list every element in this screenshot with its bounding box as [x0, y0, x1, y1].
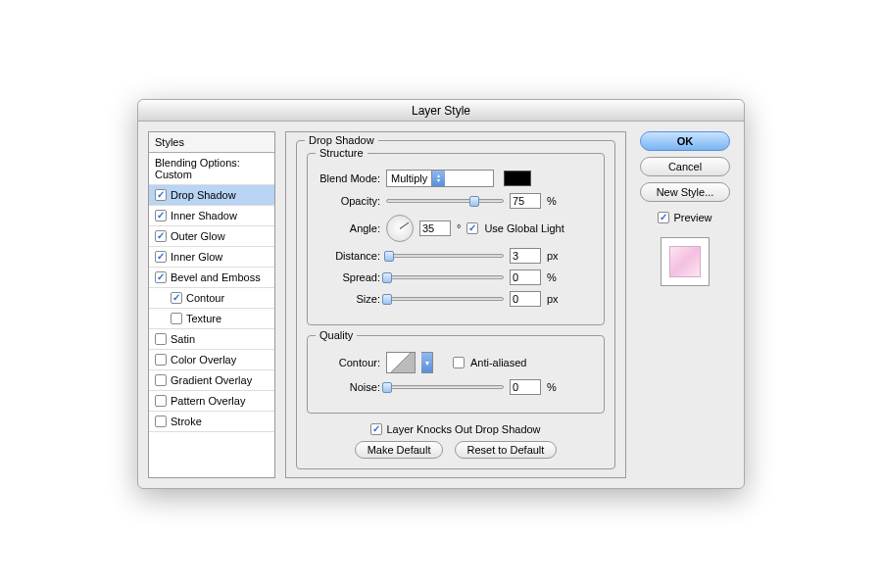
contour-label: Contour: [319, 357, 380, 368]
sidebar-item-satin[interactable]: Satin [149, 329, 274, 350]
preview-label: Preview [673, 212, 711, 223]
anti-aliased-label: Anti-aliased [470, 357, 526, 368]
sidebar-item-inner-shadow[interactable]: Inner Shadow [149, 206, 274, 226]
sidebar-item-label: Pattern Overlay [171, 395, 245, 407]
blend-mode-value: Multiply [391, 172, 427, 184]
size-input[interactable] [510, 291, 541, 307]
main-panel: Drop Shadow Structure Blend Mode: Multip… [285, 131, 626, 478]
sidebar-item-outer-glow[interactable]: Outer Glow [149, 226, 274, 247]
sidebar-item-label: Bevel and Emboss [171, 271, 261, 283]
layer-knocks-out-checkbox[interactable] [370, 423, 382, 435]
select-arrow-icon [431, 171, 445, 186]
quality-legend: Quality [316, 329, 357, 341]
distance-unit: px [547, 250, 561, 262]
right-button-column: OK Cancel New Style... Preview [636, 131, 734, 478]
noise-unit: % [547, 381, 561, 393]
styles-sidebar: Styles Blending Options: Custom Drop Sha… [148, 131, 275, 478]
sidebar-item-color-overlay[interactable]: Color Overlay [149, 350, 274, 370]
opacity-unit: % [547, 195, 561, 207]
size-unit: px [547, 293, 561, 305]
contour-dropdown-icon[interactable]: ▾ [421, 352, 433, 373]
sidebar-checkbox[interactable] [155, 395, 167, 407]
sidebar-checkbox[interactable] [171, 313, 182, 324]
shadow-color-swatch[interactable] [504, 171, 531, 186]
sidebar-item-label: Satin [171, 333, 195, 345]
distance-slider[interactable] [386, 254, 504, 258]
sidebar-blending-options[interactable]: Blending Options: Custom [149, 153, 274, 185]
sidebar-checkbox[interactable] [171, 292, 182, 304]
spread-slider[interactable] [386, 275, 504, 279]
sidebar-checkbox[interactable] [155, 354, 167, 366]
sidebar-item-texture[interactable]: Texture [149, 309, 274, 329]
preview-checkbox[interactable] [658, 212, 669, 223]
sidebar-item-label: Inner Shadow [171, 210, 237, 221]
sidebar-checkbox[interactable] [155, 374, 167, 386]
sidebar-item-label: Texture [186, 313, 221, 324]
sidebar-item-label: Drop Shadow [171, 189, 236, 201]
panel-title: Drop Shadow [305, 134, 378, 146]
spread-unit: % [547, 271, 561, 283]
noise-input[interactable] [510, 379, 541, 395]
noise-label: Noise: [319, 381, 380, 393]
sidebar-item-drop-shadow[interactable]: Drop Shadow [149, 185, 274, 206]
quality-fieldset: Quality Contour: ▾ Anti-aliased Noise: % [307, 335, 605, 414]
anti-aliased-checkbox[interactable] [453, 357, 465, 368]
layer-knocks-out-label: Layer Knocks Out Drop Shadow [386, 423, 540, 435]
sidebar-checkbox[interactable] [155, 251, 167, 263]
sidebar-checkbox[interactable] [155, 189, 167, 201]
opacity-slider[interactable] [386, 199, 504, 203]
angle-dial[interactable] [386, 215, 414, 242]
ok-button[interactable]: OK [640, 131, 730, 151]
sidebar-item-label: Inner Glow [171, 251, 222, 263]
size-slider[interactable] [386, 297, 504, 301]
opacity-input[interactable] [510, 193, 541, 209]
distance-input[interactable] [510, 248, 541, 264]
sidebar-styles-header[interactable]: Styles [149, 132, 274, 153]
sidebar-item-label: Contour [186, 292, 224, 304]
angle-input[interactable] [419, 220, 451, 236]
sidebar-checkbox[interactable] [155, 333, 167, 345]
spread-label: Spread: [319, 271, 380, 283]
spread-input[interactable] [510, 270, 541, 285]
cancel-button[interactable]: Cancel [640, 157, 730, 176]
layer-style-dialog: Layer Style Styles Blending Options: Cus… [137, 99, 745, 489]
sidebar-item-label: Stroke [171, 416, 202, 427]
contour-swatch[interactable] [386, 352, 416, 373]
window-titlebar: Layer Style [138, 100, 744, 122]
new-style-button[interactable]: New Style... [640, 182, 730, 202]
blend-mode-label: Blend Mode: [319, 172, 380, 184]
sidebar-checkbox[interactable] [155, 210, 167, 221]
sidebar-item-label: Color Overlay [171, 354, 236, 366]
distance-label: Distance: [319, 250, 380, 262]
sidebar-item-pattern-overlay[interactable]: Pattern Overlay [149, 391, 274, 412]
sidebar-item-label: Gradient Overlay [171, 374, 252, 386]
angle-degree: ° [457, 222, 461, 234]
sidebar-item-contour[interactable]: Contour [149, 288, 274, 309]
sidebar-item-bevel-and-emboss[interactable]: Bevel and Emboss [149, 268, 274, 288]
structure-legend: Structure [316, 147, 368, 159]
preview-box [661, 237, 710, 286]
use-global-light-label: Use Global Light [484, 222, 564, 234]
reset-default-button[interactable]: Reset to Default [455, 441, 558, 459]
sidebar-item-gradient-overlay[interactable]: Gradient Overlay [149, 370, 274, 391]
structure-fieldset: Structure Blend Mode: Multiply Opacity: [307, 153, 605, 325]
drop-shadow-panel: Drop Shadow Structure Blend Mode: Multip… [296, 140, 615, 469]
sidebar-checkbox[interactable] [155, 271, 167, 283]
sidebar-checkbox[interactable] [155, 230, 167, 242]
angle-label: Angle: [319, 222, 380, 234]
opacity-label: Opacity: [319, 195, 380, 207]
sidebar-checkbox[interactable] [155, 416, 167, 427]
size-label: Size: [319, 293, 380, 305]
sidebar-item-stroke[interactable]: Stroke [149, 412, 274, 432]
preview-swatch [669, 246, 701, 277]
noise-slider[interactable] [386, 385, 504, 389]
make-default-button[interactable]: Make Default [355, 441, 444, 459]
sidebar-item-inner-glow[interactable]: Inner Glow [149, 247, 274, 268]
use-global-light-checkbox[interactable] [466, 222, 478, 234]
blend-mode-select[interactable]: Multiply [386, 170, 494, 187]
sidebar-item-label: Outer Glow [171, 230, 225, 242]
